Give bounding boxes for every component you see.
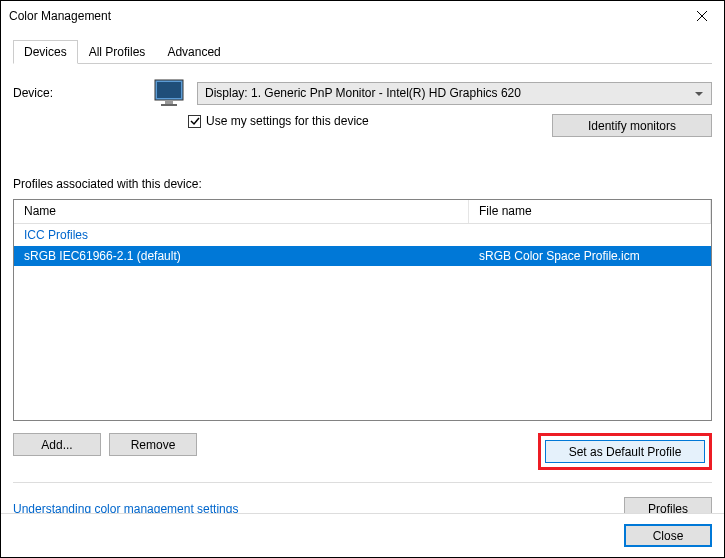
column-name[interactable]: Name: [14, 200, 469, 223]
divider: [13, 482, 712, 483]
profile-buttons-row: Add... Remove Set as Default Profile: [13, 433, 712, 470]
use-settings-checkbox-wrap: Use my settings for this device: [188, 114, 522, 128]
window-title: Color Management: [9, 9, 111, 23]
tab-strip: Devices All Profiles Advanced: [13, 39, 712, 64]
content-area: Devices All Profiles Advanced Device: Di…: [1, 31, 724, 540]
close-icon: [697, 11, 707, 21]
settings-row: Use my settings for this device Identify…: [188, 114, 712, 137]
profiles-label: Profiles associated with this device:: [13, 177, 712, 191]
device-dropdown-value: Display: 1. Generic PnP Monitor - Intel(…: [205, 86, 521, 100]
svg-rect-3: [161, 104, 177, 106]
monitor-icon: [153, 78, 187, 108]
profile-buttons-left: Add... Remove: [13, 433, 197, 470]
set-default-profile-button[interactable]: Set as Default Profile: [545, 440, 705, 463]
identify-monitors-button[interactable]: Identify monitors: [552, 114, 712, 137]
svg-rect-1: [157, 82, 181, 98]
use-settings-label: Use my settings for this device: [206, 114, 369, 128]
table-header: Name File name: [14, 200, 711, 224]
titlebar: Color Management: [1, 1, 724, 31]
cell-profile-name: sRGB IEC61966-2.1 (default): [14, 247, 469, 265]
device-label: Device:: [13, 86, 143, 100]
use-settings-checkbox[interactable]: [188, 115, 201, 128]
add-button[interactable]: Add...: [13, 433, 101, 456]
tab-all-profiles[interactable]: All Profiles: [78, 40, 157, 64]
table-row[interactable]: sRGB IEC61966-2.1 (default) sRGB Color S…: [14, 246, 711, 266]
check-icon: [190, 116, 200, 126]
svg-rect-2: [165, 100, 173, 104]
highlight-annotation: Set as Default Profile: [538, 433, 712, 470]
column-filename[interactable]: File name: [469, 200, 711, 223]
footer: Close: [1, 513, 724, 557]
remove-button[interactable]: Remove: [109, 433, 197, 456]
group-header-icc: ICC Profiles: [14, 224, 711, 246]
tab-devices[interactable]: Devices: [13, 40, 78, 64]
cell-profile-filename: sRGB Color Space Profile.icm: [469, 247, 711, 265]
close-window-button[interactable]: [679, 1, 724, 31]
device-row: Device: Display: 1. Generic PnP Monitor …: [13, 78, 712, 108]
tab-advanced[interactable]: Advanced: [156, 40, 231, 64]
profiles-table: Name File name ICC Profiles sRGB IEC6196…: [13, 199, 712, 421]
device-dropdown[interactable]: Display: 1. Generic PnP Monitor - Intel(…: [197, 82, 712, 105]
close-button[interactable]: Close: [624, 524, 712, 547]
